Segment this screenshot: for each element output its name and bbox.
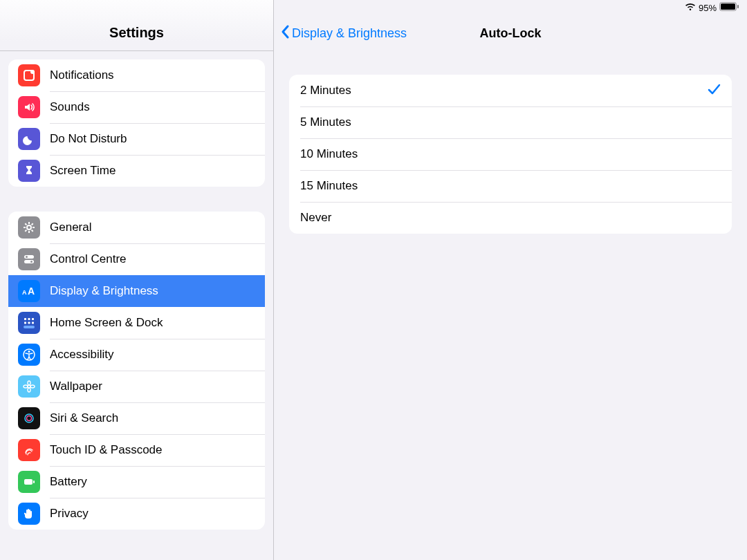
- sidebar-title: Settings: [109, 25, 164, 41]
- option-label: 10 Minutes: [300, 147, 358, 161]
- switches-icon: [18, 248, 40, 270]
- svg-rect-22: [32, 318, 34, 320]
- sidebar-item-label: Display & Brightness: [50, 284, 158, 298]
- sidebar-header: Settings: [0, 15, 273, 51]
- text-size-icon: AA: [18, 280, 40, 302]
- sidebar-item-label: Touch ID & Passcode: [50, 443, 163, 457]
- option-label: Never: [300, 211, 331, 225]
- detail-pane: Display & Brightness Auto-Lock 2 Minutes…: [274, 0, 747, 560]
- svg-rect-25: [32, 322, 34, 324]
- sidebar-item-wallpaper[interactable]: Wallpaper: [8, 371, 265, 402]
- sidebar-item-sounds[interactable]: Sounds: [8, 91, 265, 123]
- sidebar-item-touch-id[interactable]: Touch ID & Passcode: [8, 434, 265, 466]
- sidebar-item-label: Wallpaper: [50, 380, 102, 393]
- hourglass-icon: [18, 160, 40, 182]
- svg-line-12: [25, 230, 26, 232]
- svg-rect-23: [24, 322, 26, 324]
- back-label: Display & Brightness: [292, 26, 407, 41]
- svg-rect-24: [28, 322, 30, 324]
- sidebar-group-1: Notifications Sounds Do Not Disturb: [8, 59, 265, 187]
- sidebar-item-home-screen[interactable]: Home Screen & Dock: [8, 307, 265, 339]
- svg-point-4: [30, 70, 35, 74]
- sidebar-item-label: Do Not Disturb: [50, 132, 127, 146]
- option-label: 15 Minutes: [300, 179, 358, 193]
- chevron-left-icon: [279, 24, 292, 43]
- autolock-options: 2 Minutes 5 Minutes 10 Minutes: [289, 75, 732, 234]
- sidebar-item-label: Home Screen & Dock: [50, 316, 163, 330]
- battery-icon: [18, 471, 40, 493]
- svg-point-17: [30, 261, 33, 263]
- back-button[interactable]: Display & Brightness: [274, 24, 407, 43]
- sidebar-item-control-centre[interactable]: Control Centre: [8, 243, 265, 275]
- sidebar-item-label: Siri & Search: [50, 411, 118, 425]
- svg-point-30: [28, 381, 30, 385]
- sidebar-item-label: Sounds: [50, 100, 90, 114]
- checkmark-icon: [707, 82, 721, 100]
- autolock-option-5-minutes[interactable]: 5 Minutes: [289, 106, 732, 138]
- sidebar-item-label: Notifications: [50, 68, 114, 82]
- autolock-option-10-minutes[interactable]: 10 Minutes: [289, 138, 732, 170]
- notifications-icon: [18, 64, 40, 86]
- sidebar-item-label: Privacy: [50, 507, 89, 521]
- svg-rect-36: [24, 479, 33, 485]
- siri-icon: [18, 407, 40, 429]
- fingerprint-icon: [18, 439, 40, 461]
- option-label: 5 Minutes: [300, 115, 351, 129]
- sidebar-item-label: Screen Time: [50, 164, 116, 178]
- sounds-icon: [18, 96, 40, 118]
- sidebar-item-privacy[interactable]: Privacy: [8, 498, 265, 530]
- sidebar-group-2: General Control Centre AA Display & Brig…: [8, 212, 265, 530]
- svg-rect-20: [24, 318, 26, 320]
- moon-icon: [18, 128, 40, 150]
- svg-text:A: A: [22, 289, 27, 296]
- sidebar-item-label: Accessibility: [50, 348, 114, 362]
- svg-rect-26: [24, 326, 35, 328]
- sidebar-item-display-brightness[interactable]: AA Display & Brightness: [8, 275, 265, 307]
- grid-icon: [18, 312, 40, 334]
- svg-point-15: [26, 256, 28, 258]
- settings-sidebar: Settings Notifications Sounds: [0, 0, 274, 560]
- accessibility-icon: [18, 344, 40, 366]
- option-label: 2 Minutes: [300, 84, 351, 97]
- svg-line-13: [32, 223, 33, 225]
- sidebar-item-notifications[interactable]: Notifications: [8, 59, 265, 91]
- sidebar-item-screen-time[interactable]: Screen Time: [8, 155, 265, 187]
- sidebar-item-general[interactable]: General: [8, 212, 265, 243]
- gear-icon: [18, 216, 40, 239]
- svg-text:A: A: [28, 286, 35, 297]
- svg-point-31: [28, 388, 30, 392]
- sidebar-item-accessibility[interactable]: Accessibility: [8, 339, 265, 371]
- autolock-option-15-minutes[interactable]: 15 Minutes: [289, 170, 732, 202]
- sidebar-item-siri[interactable]: Siri & Search: [8, 402, 265, 434]
- svg-rect-21: [28, 318, 30, 320]
- svg-point-33: [30, 385, 35, 388]
- sidebar-item-label: Battery: [50, 475, 87, 489]
- svg-rect-37: [33, 480, 35, 483]
- svg-line-11: [32, 230, 33, 232]
- svg-line-10: [25, 223, 26, 225]
- svg-point-5: [27, 225, 31, 230]
- svg-point-35: [27, 416, 32, 421]
- sidebar-item-label: Control Centre: [50, 252, 127, 266]
- svg-point-32: [24, 385, 28, 388]
- sidebar-item-label: General: [50, 221, 91, 234]
- detail-header: Display & Brightness Auto-Lock: [274, 15, 747, 51]
- autolock-option-2-minutes[interactable]: 2 Minutes: [289, 75, 732, 106]
- hand-icon: [18, 503, 40, 525]
- autolock-option-never[interactable]: Never: [289, 202, 732, 234]
- flower-icon: [18, 375, 40, 398]
- sidebar-item-do-not-disturb[interactable]: Do Not Disturb: [8, 123, 265, 155]
- sidebar-item-battery[interactable]: Battery: [8, 466, 265, 498]
- svg-point-28: [28, 351, 30, 353]
